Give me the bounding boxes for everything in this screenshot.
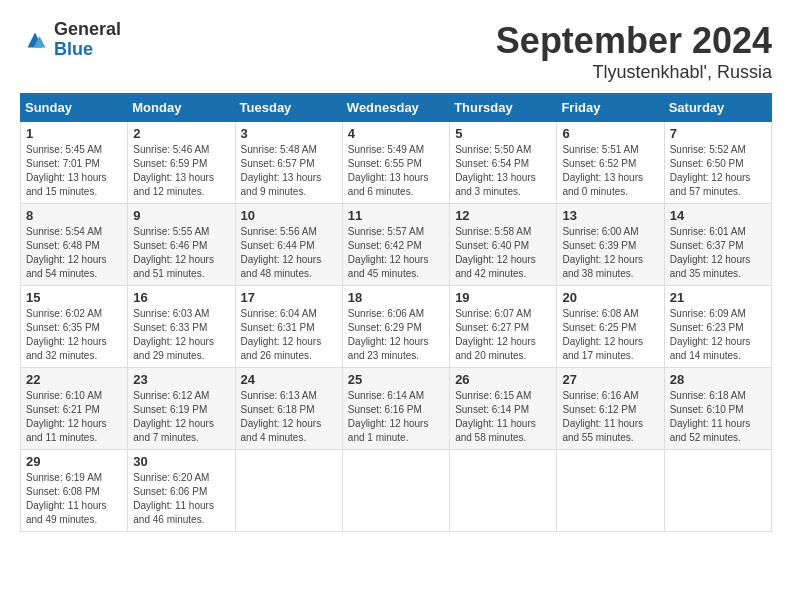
table-row: 4Sunrise: 5:49 AM Sunset: 6:55 PM Daylig… xyxy=(342,122,449,204)
day-number: 30 xyxy=(133,454,229,469)
table-row: 27Sunrise: 6:16 AM Sunset: 6:12 PM Dayli… xyxy=(557,368,664,450)
calendar-week-row: 8Sunrise: 5:54 AM Sunset: 6:48 PM Daylig… xyxy=(21,204,772,286)
table-row: 7Sunrise: 5:52 AM Sunset: 6:50 PM Daylig… xyxy=(664,122,771,204)
table-row: 20Sunrise: 6:08 AM Sunset: 6:25 PM Dayli… xyxy=(557,286,664,368)
day-info: Sunrise: 5:52 AM Sunset: 6:50 PM Dayligh… xyxy=(670,143,766,199)
col-friday: Friday xyxy=(557,94,664,122)
table-row: 3Sunrise: 5:48 AM Sunset: 6:57 PM Daylig… xyxy=(235,122,342,204)
day-number: 13 xyxy=(562,208,658,223)
day-info: Sunrise: 6:07 AM Sunset: 6:27 PM Dayligh… xyxy=(455,307,551,363)
logo-icon xyxy=(20,25,50,55)
day-info: Sunrise: 6:01 AM Sunset: 6:37 PM Dayligh… xyxy=(670,225,766,281)
table-row: 15Sunrise: 6:02 AM Sunset: 6:35 PM Dayli… xyxy=(21,286,128,368)
day-number: 3 xyxy=(241,126,337,141)
day-info: Sunrise: 6:13 AM Sunset: 6:18 PM Dayligh… xyxy=(241,389,337,445)
table-row: 2Sunrise: 5:46 AM Sunset: 6:59 PM Daylig… xyxy=(128,122,235,204)
page-header: General Blue September 2024 Tlyustenkhab… xyxy=(20,20,772,83)
day-number: 26 xyxy=(455,372,551,387)
day-number: 12 xyxy=(455,208,551,223)
day-number: 5 xyxy=(455,126,551,141)
header-row: Sunday Monday Tuesday Wednesday Thursday… xyxy=(21,94,772,122)
day-info: Sunrise: 6:09 AM Sunset: 6:23 PM Dayligh… xyxy=(670,307,766,363)
day-info: Sunrise: 5:51 AM Sunset: 6:52 PM Dayligh… xyxy=(562,143,658,199)
table-row xyxy=(664,450,771,532)
day-info: Sunrise: 6:19 AM Sunset: 6:08 PM Dayligh… xyxy=(26,471,122,527)
day-number: 9 xyxy=(133,208,229,223)
table-row: 14Sunrise: 6:01 AM Sunset: 6:37 PM Dayli… xyxy=(664,204,771,286)
table-row: 23Sunrise: 6:12 AM Sunset: 6:19 PM Dayli… xyxy=(128,368,235,450)
table-row xyxy=(557,450,664,532)
table-row: 30Sunrise: 6:20 AM Sunset: 6:06 PM Dayli… xyxy=(128,450,235,532)
day-number: 7 xyxy=(670,126,766,141)
calendar-week-row: 22Sunrise: 6:10 AM Sunset: 6:21 PM Dayli… xyxy=(21,368,772,450)
table-row: 9Sunrise: 5:55 AM Sunset: 6:46 PM Daylig… xyxy=(128,204,235,286)
day-number: 17 xyxy=(241,290,337,305)
day-number: 10 xyxy=(241,208,337,223)
day-info: Sunrise: 5:46 AM Sunset: 6:59 PM Dayligh… xyxy=(133,143,229,199)
day-number: 18 xyxy=(348,290,444,305)
day-number: 24 xyxy=(241,372,337,387)
table-row: 22Sunrise: 6:10 AM Sunset: 6:21 PM Dayli… xyxy=(21,368,128,450)
day-info: Sunrise: 6:15 AM Sunset: 6:14 PM Dayligh… xyxy=(455,389,551,445)
day-number: 4 xyxy=(348,126,444,141)
day-info: Sunrise: 6:02 AM Sunset: 6:35 PM Dayligh… xyxy=(26,307,122,363)
col-sunday: Sunday xyxy=(21,94,128,122)
day-info: Sunrise: 5:50 AM Sunset: 6:54 PM Dayligh… xyxy=(455,143,551,199)
col-thursday: Thursday xyxy=(450,94,557,122)
calendar-table: Sunday Monday Tuesday Wednesday Thursday… xyxy=(20,93,772,532)
day-info: Sunrise: 6:16 AM Sunset: 6:12 PM Dayligh… xyxy=(562,389,658,445)
month-title: September 2024 xyxy=(496,20,772,62)
day-info: Sunrise: 5:57 AM Sunset: 6:42 PM Dayligh… xyxy=(348,225,444,281)
table-row: 13Sunrise: 6:00 AM Sunset: 6:39 PM Dayli… xyxy=(557,204,664,286)
table-row: 6Sunrise: 5:51 AM Sunset: 6:52 PM Daylig… xyxy=(557,122,664,204)
day-info: Sunrise: 6:08 AM Sunset: 6:25 PM Dayligh… xyxy=(562,307,658,363)
col-tuesday: Tuesday xyxy=(235,94,342,122)
table-row: 5Sunrise: 5:50 AM Sunset: 6:54 PM Daylig… xyxy=(450,122,557,204)
table-row xyxy=(450,450,557,532)
day-info: Sunrise: 6:14 AM Sunset: 6:16 PM Dayligh… xyxy=(348,389,444,445)
day-number: 11 xyxy=(348,208,444,223)
col-saturday: Saturday xyxy=(664,94,771,122)
day-number: 16 xyxy=(133,290,229,305)
day-number: 27 xyxy=(562,372,658,387)
day-info: Sunrise: 6:12 AM Sunset: 6:19 PM Dayligh… xyxy=(133,389,229,445)
logo-general: General xyxy=(54,20,121,40)
day-info: Sunrise: 5:54 AM Sunset: 6:48 PM Dayligh… xyxy=(26,225,122,281)
col-wednesday: Wednesday xyxy=(342,94,449,122)
day-info: Sunrise: 6:10 AM Sunset: 6:21 PM Dayligh… xyxy=(26,389,122,445)
table-row xyxy=(235,450,342,532)
table-row: 29Sunrise: 6:19 AM Sunset: 6:08 PM Dayli… xyxy=(21,450,128,532)
calendar-week-row: 15Sunrise: 6:02 AM Sunset: 6:35 PM Dayli… xyxy=(21,286,772,368)
table-row: 18Sunrise: 6:06 AM Sunset: 6:29 PM Dayli… xyxy=(342,286,449,368)
logo-blue: Blue xyxy=(54,40,121,60)
table-row: 12Sunrise: 5:58 AM Sunset: 6:40 PM Dayli… xyxy=(450,204,557,286)
table-row: 19Sunrise: 6:07 AM Sunset: 6:27 PM Dayli… xyxy=(450,286,557,368)
col-monday: Monday xyxy=(128,94,235,122)
day-info: Sunrise: 6:20 AM Sunset: 6:06 PM Dayligh… xyxy=(133,471,229,527)
day-info: Sunrise: 5:58 AM Sunset: 6:40 PM Dayligh… xyxy=(455,225,551,281)
day-number: 21 xyxy=(670,290,766,305)
day-info: Sunrise: 6:03 AM Sunset: 6:33 PM Dayligh… xyxy=(133,307,229,363)
day-number: 29 xyxy=(26,454,122,469)
table-row: 28Sunrise: 6:18 AM Sunset: 6:10 PM Dayli… xyxy=(664,368,771,450)
location-subtitle: Tlyustenkhabl', Russia xyxy=(496,62,772,83)
day-info: Sunrise: 5:55 AM Sunset: 6:46 PM Dayligh… xyxy=(133,225,229,281)
table-row: 17Sunrise: 6:04 AM Sunset: 6:31 PM Dayli… xyxy=(235,286,342,368)
calendar-header: Sunday Monday Tuesday Wednesday Thursday… xyxy=(21,94,772,122)
day-info: Sunrise: 5:45 AM Sunset: 7:01 PM Dayligh… xyxy=(26,143,122,199)
day-number: 6 xyxy=(562,126,658,141)
table-row: 26Sunrise: 6:15 AM Sunset: 6:14 PM Dayli… xyxy=(450,368,557,450)
day-number: 19 xyxy=(455,290,551,305)
day-number: 15 xyxy=(26,290,122,305)
day-number: 8 xyxy=(26,208,122,223)
table-row: 11Sunrise: 5:57 AM Sunset: 6:42 PM Dayli… xyxy=(342,204,449,286)
day-info: Sunrise: 5:48 AM Sunset: 6:57 PM Dayligh… xyxy=(241,143,337,199)
logo-text: General Blue xyxy=(54,20,121,60)
day-number: 14 xyxy=(670,208,766,223)
day-info: Sunrise: 5:49 AM Sunset: 6:55 PM Dayligh… xyxy=(348,143,444,199)
day-info: Sunrise: 6:18 AM Sunset: 6:10 PM Dayligh… xyxy=(670,389,766,445)
day-number: 1 xyxy=(26,126,122,141)
day-info: Sunrise: 6:04 AM Sunset: 6:31 PM Dayligh… xyxy=(241,307,337,363)
day-info: Sunrise: 6:00 AM Sunset: 6:39 PM Dayligh… xyxy=(562,225,658,281)
day-number: 2 xyxy=(133,126,229,141)
